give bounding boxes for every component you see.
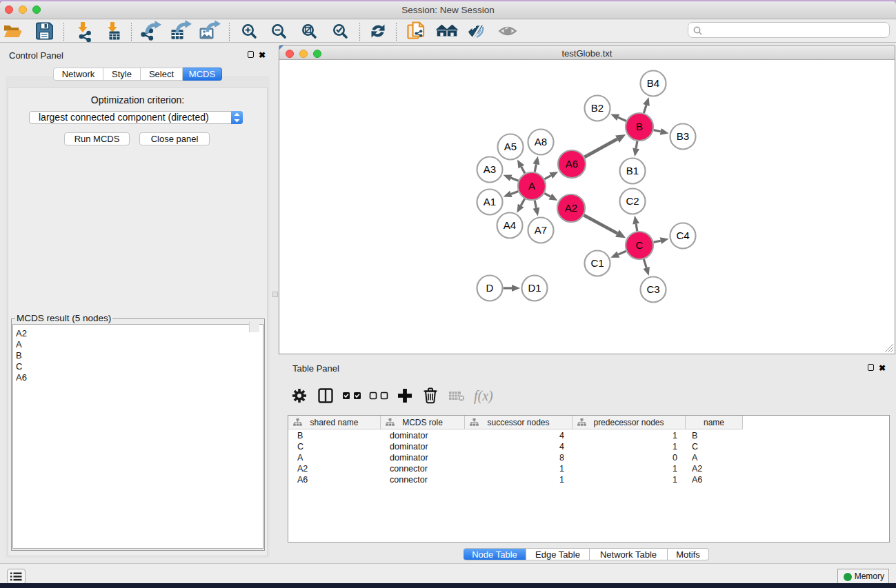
svg-text:B3: B3 xyxy=(677,130,689,142)
svg-text:B: B xyxy=(636,121,643,132)
svg-text:C2: C2 xyxy=(626,195,639,207)
svg-text:C3: C3 xyxy=(646,283,659,295)
svg-text:B2: B2 xyxy=(591,102,604,114)
svg-text:B1: B1 xyxy=(626,165,639,176)
svg-text:D: D xyxy=(486,282,494,294)
svg-text:C: C xyxy=(636,239,644,251)
svg-text:A5: A5 xyxy=(504,141,517,152)
svg-text:A7: A7 xyxy=(535,224,547,236)
svg-text:C4: C4 xyxy=(676,230,689,241)
svg-text:B4: B4 xyxy=(647,77,659,89)
svg-text:A6: A6 xyxy=(566,158,578,170)
svg-text:D1: D1 xyxy=(528,282,541,294)
svg-text:A2: A2 xyxy=(565,202,577,214)
svg-text:A3: A3 xyxy=(484,163,496,175)
svg-text:A: A xyxy=(528,180,535,192)
svg-text:f(x): f(x) xyxy=(474,388,493,404)
svg-text:C1: C1 xyxy=(590,257,604,269)
svg-text:A4: A4 xyxy=(504,219,516,231)
svg-text:A8: A8 xyxy=(535,136,547,148)
svg-text:A1: A1 xyxy=(484,196,496,207)
